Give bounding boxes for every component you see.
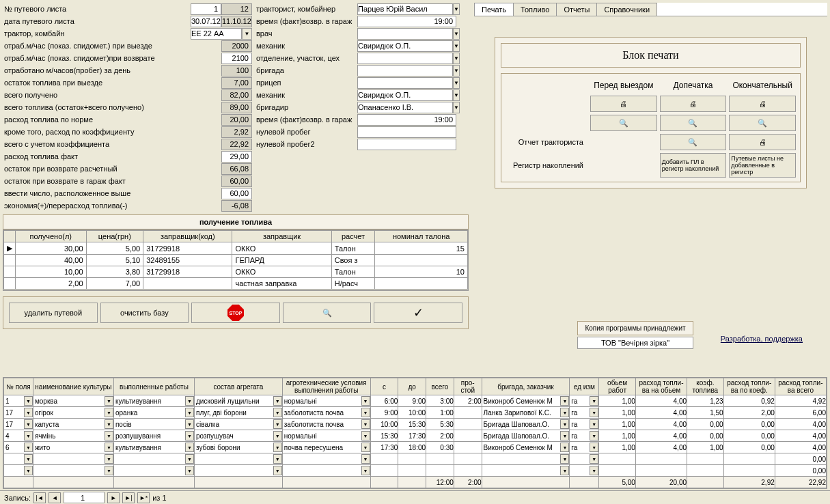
- cell-dropdown-icon[interactable]: ▼: [560, 443, 569, 452]
- value-input[interactable]: [357, 16, 456, 27]
- grid-cell[interactable]: [454, 419, 482, 430]
- fuel-col-header[interactable]: цена(грн): [86, 231, 143, 242]
- combo-input[interactable]: [357, 65, 453, 76]
- grid-cell[interactable]: 4,00: [635, 419, 687, 430]
- grid-cell[interactable]: [599, 453, 636, 465]
- table-row[interactable]: 1▼морква▼культивування▼дисковий лущильни…: [4, 395, 827, 407]
- grid-col-header[interactable]: с: [370, 378, 398, 395]
- grid-cell[interactable]: [426, 465, 454, 477]
- cell-dropdown-icon[interactable]: ▼: [185, 396, 194, 406]
- confirm-button[interactable]: ✓: [374, 303, 462, 323]
- dropdown-icon[interactable]: ▼: [453, 77, 460, 89]
- cell-dropdown-icon[interactable]: ▼: [105, 454, 113, 464]
- grid-cell-value[interactable]: Виконроб Семенюк М: [482, 444, 561, 451]
- value-cell[interactable]: 1: [191, 3, 221, 15]
- dropdown-icon[interactable]: ▼: [453, 53, 460, 64]
- grid-cell-value[interactable]: ячмінь: [33, 432, 105, 440]
- grid-cell[interactable]: [687, 453, 724, 465]
- grid-cell-value[interactable]: га: [570, 432, 590, 440]
- grid-col-header[interactable]: агротехнические условия выполнения работ…: [282, 378, 370, 395]
- cell-dropdown-icon[interactable]: ▼: [590, 454, 598, 464]
- row-marker[interactable]: [4, 255, 16, 266]
- grid-cell[interactable]: 1,00: [599, 430, 636, 442]
- grid-cell[interactable]: 2:00: [454, 395, 482, 407]
- grid-cell-value[interactable]: дисковий лущильни: [195, 397, 273, 405]
- grid-cell[interactable]: [398, 453, 426, 465]
- grid-cell[interactable]: 9:00: [370, 407, 398, 419]
- nav-next-button[interactable]: ►: [107, 492, 120, 503]
- grid-cell[interactable]: 1,23: [687, 395, 724, 407]
- grid-cell-value[interactable]: культивування: [114, 397, 185, 405]
- tab-Отчеты[interactable]: Отчеты: [556, 3, 597, 16]
- grid-cell[interactable]: 0,00: [723, 419, 775, 430]
- grid-cell[interactable]: 0,00: [775, 453, 826, 465]
- cell-dropdown-icon[interactable]: ▼: [273, 408, 282, 417]
- dropdown-icon[interactable]: ▼: [242, 28, 252, 40]
- cell-dropdown-icon[interactable]: ▼: [105, 443, 113, 452]
- grid-col-header[interactable]: про- стой: [454, 378, 482, 395]
- grid-cell[interactable]: [454, 430, 482, 442]
- combo-input[interactable]: [357, 3, 453, 15]
- grid-col-header[interactable]: расход топли- ва по коеф.: [723, 378, 775, 395]
- grid-cell-value[interactable]: розпушувач: [195, 432, 273, 440]
- cell-dropdown-icon[interactable]: ▼: [273, 443, 282, 452]
- combo-input[interactable]: [357, 40, 453, 52]
- table-row[interactable]: 6▼жито▼культивування▼зубові борони▼почва…: [4, 442, 827, 453]
- combo-input[interactable]: [357, 28, 453, 40]
- grid-cell[interactable]: 1:00: [426, 407, 454, 419]
- cell-dropdown-icon[interactable]: ▼: [361, 466, 370, 475]
- grid-col-header[interactable]: обьем работ: [599, 378, 636, 395]
- grid-cell[interactable]: 2,00: [723, 407, 775, 419]
- cell-dropdown-icon[interactable]: ▼: [185, 431, 194, 440]
- cell-dropdown-icon[interactable]: ▼: [24, 466, 33, 475]
- fuel-cell[interactable]: Своя з: [331, 255, 375, 266]
- fuel-cell[interactable]: 15: [375, 242, 468, 255]
- grid-cell[interactable]: 4,00: [775, 419, 826, 430]
- cell-dropdown-icon[interactable]: ▼: [560, 396, 569, 406]
- table-row[interactable]: ▼▼▼▼▼▼▼0,00: [4, 453, 827, 465]
- grid-cell[interactable]: 0:30: [426, 442, 454, 453]
- grid-cell[interactable]: [723, 453, 775, 465]
- fuel-cell[interactable]: 7,00: [86, 278, 143, 290]
- grid-col-header[interactable]: всего: [426, 378, 454, 395]
- grid-cell[interactable]: [454, 465, 482, 477]
- fuel-cell[interactable]: [375, 255, 468, 266]
- report-preview-button[interactable]: 🔍: [660, 134, 727, 150]
- print-button[interactable]: 🖨: [660, 96, 727, 112]
- cell-dropdown-icon[interactable]: ▼: [361, 431, 370, 440]
- grid-cell[interactable]: [370, 465, 398, 477]
- grid-cell-value[interactable]: Бригада Шаповал.О.: [482, 421, 561, 428]
- grid-cell-value[interactable]: зубові борони: [195, 444, 273, 451]
- cell-dropdown-icon[interactable]: ▼: [590, 408, 598, 417]
- grid-cell-value[interactable]: розпушування: [114, 432, 185, 440]
- grid-col-header[interactable]: коэф. топлива: [687, 378, 724, 395]
- fuel-cell[interactable]: 5,00: [86, 242, 143, 255]
- grid-col-header[interactable]: расход топли- ва всего: [775, 378, 826, 395]
- grid-cell[interactable]: 17:30: [370, 442, 398, 453]
- grid-cell-value[interactable]: 6: [4, 444, 24, 451]
- report-print-button[interactable]: 🖨: [729, 134, 796, 150]
- grid-cell[interactable]: 0,00: [723, 430, 775, 442]
- grid-cell[interactable]: 17:30: [398, 430, 426, 442]
- cell-dropdown-icon[interactable]: ▼: [361, 408, 370, 417]
- fuel-cell[interactable]: Талон: [331, 266, 375, 278]
- combo-input[interactable]: [357, 77, 453, 89]
- fuel-table[interactable]: получено(л)цена(грн)заправщик(код)заправ…: [3, 230, 468, 290]
- fuel-cell[interactable]: 31729918: [143, 266, 232, 278]
- grid-cell[interactable]: 15:30: [370, 430, 398, 442]
- grid-cell-value[interactable]: га: [570, 421, 590, 428]
- grid-cell[interactable]: [687, 465, 724, 477]
- grid-col-header[interactable]: расход топли- ва на обьем: [635, 378, 687, 395]
- grid-col-header[interactable]: бригада, заказчик: [482, 378, 570, 395]
- grid-cell-value[interactable]: 1: [4, 397, 24, 405]
- fuel-cell[interactable]: Талон: [331, 242, 375, 255]
- grid-cell[interactable]: [723, 465, 775, 477]
- grid-cell[interactable]: 4,00: [635, 442, 687, 453]
- fuel-col-header[interactable]: расчет: [331, 231, 375, 242]
- row-marker[interactable]: [4, 266, 16, 278]
- grid-col-header[interactable]: выполненные работы: [113, 378, 194, 395]
- dropdown-icon[interactable]: ▼: [453, 102, 460, 113]
- preview-button[interactable]: 🔍: [729, 115, 796, 131]
- grid-cell[interactable]: 4,00: [635, 407, 687, 419]
- grid-cell[interactable]: 4,92: [775, 395, 826, 407]
